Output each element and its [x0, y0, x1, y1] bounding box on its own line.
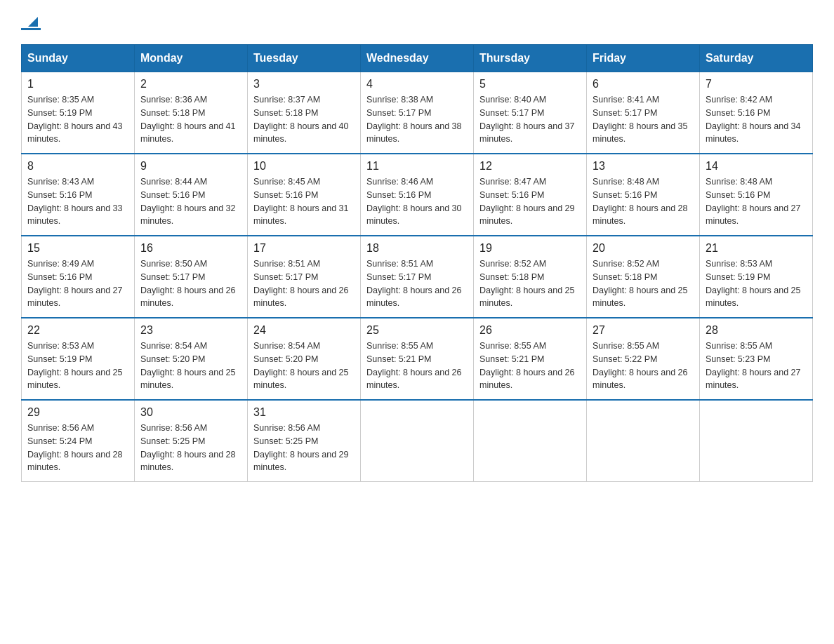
day-number: 19 [479, 242, 581, 255]
day-number: 21 [706, 242, 807, 255]
calendar-cell: 31Sunrise: 8:56 AMSunset: 5:25 PMDayligh… [248, 400, 361, 482]
calendar-header-saturday: Saturday [700, 45, 813, 72]
day-info: Sunrise: 8:55 AMSunset: 5:21 PMDaylight:… [479, 340, 581, 392]
page-header [21, 14, 813, 30]
day-info: Sunrise: 8:41 AMSunset: 5:17 PMDaylight:… [593, 93, 694, 146]
calendar-cell: 30Sunrise: 8:56 AMSunset: 5:25 PMDayligh… [135, 400, 248, 482]
day-info: Sunrise: 8:43 AMSunset: 5:16 PMDaylight:… [27, 175, 128, 228]
day-number: 7 [706, 78, 807, 90]
day-number: 9 [140, 160, 241, 173]
calendar-cell: 12Sunrise: 8:47 AMSunset: 5:16 PMDayligh… [474, 154, 587, 236]
calendar-cell: 27Sunrise: 8:55 AMSunset: 5:22 PMDayligh… [587, 318, 700, 400]
day-number: 5 [479, 78, 581, 90]
day-info: Sunrise: 8:53 AMSunset: 5:19 PMDaylight:… [27, 340, 128, 392]
calendar-week-row: 8Sunrise: 8:43 AMSunset: 5:16 PMDaylight… [22, 154, 813, 236]
day-number: 4 [366, 78, 468, 90]
day-info: Sunrise: 8:46 AMSunset: 5:16 PMDaylight:… [366, 175, 468, 228]
day-info: Sunrise: 8:52 AMSunset: 5:18 PMDaylight:… [479, 257, 581, 310]
day-info: Sunrise: 8:52 AMSunset: 5:18 PMDaylight:… [593, 257, 694, 310]
calendar-cell: 10Sunrise: 8:45 AMSunset: 5:16 PMDayligh… [248, 154, 361, 236]
day-info: Sunrise: 8:40 AMSunset: 5:17 PMDaylight:… [479, 93, 581, 146]
calendar-cell [587, 400, 700, 482]
logo-arrow-icon [24, 14, 41, 29]
day-info: Sunrise: 8:42 AMSunset: 5:16 PMDaylight:… [706, 93, 807, 146]
calendar-cell: 13Sunrise: 8:48 AMSunset: 5:16 PMDayligh… [587, 154, 700, 236]
day-number: 27 [593, 324, 694, 337]
day-number: 13 [593, 160, 694, 173]
calendar-cell: 15Sunrise: 8:49 AMSunset: 5:16 PMDayligh… [22, 236, 135, 318]
calendar-cell [700, 400, 813, 482]
calendar-cell [474, 400, 587, 482]
day-info: Sunrise: 8:38 AMSunset: 5:17 PMDaylight:… [366, 93, 468, 146]
day-number: 25 [366, 324, 468, 337]
calendar-cell: 24Sunrise: 8:54 AMSunset: 5:20 PMDayligh… [248, 318, 361, 400]
calendar-week-row: 15Sunrise: 8:49 AMSunset: 5:16 PMDayligh… [22, 236, 813, 318]
day-info: Sunrise: 8:50 AMSunset: 5:17 PMDaylight:… [140, 257, 241, 310]
day-number: 31 [253, 406, 355, 419]
calendar-header-row: SundayMondayTuesdayWednesdayThursdayFrid… [22, 45, 813, 72]
day-number: 8 [27, 160, 128, 173]
calendar-cell: 6Sunrise: 8:41 AMSunset: 5:17 PMDaylight… [587, 72, 700, 154]
day-info: Sunrise: 8:49 AMSunset: 5:16 PMDaylight:… [27, 257, 128, 310]
day-number: 6 [593, 78, 694, 90]
svg-marker-0 [28, 17, 38, 27]
calendar-cell: 8Sunrise: 8:43 AMSunset: 5:16 PMDaylight… [22, 154, 135, 236]
day-info: Sunrise: 8:36 AMSunset: 5:18 PMDaylight:… [140, 93, 241, 146]
day-number: 11 [366, 160, 468, 173]
day-info: Sunrise: 8:35 AMSunset: 5:19 PMDaylight:… [27, 93, 128, 146]
calendar-header-sunday: Sunday [22, 45, 135, 72]
calendar-cell: 21Sunrise: 8:53 AMSunset: 5:19 PMDayligh… [700, 236, 813, 318]
calendar-cell: 25Sunrise: 8:55 AMSunset: 5:21 PMDayligh… [361, 318, 474, 400]
calendar-cell: 20Sunrise: 8:52 AMSunset: 5:18 PMDayligh… [587, 236, 700, 318]
calendar-header-friday: Friday [587, 45, 700, 72]
day-info: Sunrise: 8:48 AMSunset: 5:16 PMDaylight:… [706, 175, 807, 228]
calendar-cell: 4Sunrise: 8:38 AMSunset: 5:17 PMDaylight… [361, 72, 474, 154]
day-number: 28 [706, 324, 807, 337]
day-info: Sunrise: 8:48 AMSunset: 5:16 PMDaylight:… [593, 175, 694, 228]
day-info: Sunrise: 8:55 AMSunset: 5:23 PMDaylight:… [706, 340, 807, 392]
calendar-cell: 28Sunrise: 8:55 AMSunset: 5:23 PMDayligh… [700, 318, 813, 400]
day-number: 10 [253, 160, 355, 173]
logo [21, 14, 41, 30]
day-number: 26 [479, 324, 581, 337]
calendar-cell: 1Sunrise: 8:35 AMSunset: 5:19 PMDaylight… [22, 72, 135, 154]
day-number: 20 [593, 242, 694, 255]
day-number: 18 [366, 242, 468, 255]
calendar-cell: 3Sunrise: 8:37 AMSunset: 5:18 PMDaylight… [248, 72, 361, 154]
day-info: Sunrise: 8:56 AMSunset: 5:25 PMDaylight:… [253, 422, 355, 474]
day-number: 14 [706, 160, 807, 173]
day-info: Sunrise: 8:37 AMSunset: 5:18 PMDaylight:… [253, 93, 355, 146]
day-number: 30 [140, 406, 241, 419]
calendar-header-monday: Monday [135, 45, 248, 72]
day-number: 22 [27, 324, 128, 337]
day-info: Sunrise: 8:56 AMSunset: 5:25 PMDaylight:… [140, 422, 241, 474]
day-number: 3 [253, 78, 355, 90]
calendar-week-row: 29Sunrise: 8:56 AMSunset: 5:24 PMDayligh… [22, 400, 813, 482]
day-info: Sunrise: 8:47 AMSunset: 5:16 PMDaylight:… [479, 175, 581, 228]
day-number: 12 [479, 160, 581, 173]
day-number: 15 [27, 242, 128, 255]
calendar-cell: 23Sunrise: 8:54 AMSunset: 5:20 PMDayligh… [135, 318, 248, 400]
calendar-week-row: 22Sunrise: 8:53 AMSunset: 5:19 PMDayligh… [22, 318, 813, 400]
calendar-cell [361, 400, 474, 482]
calendar-cell: 26Sunrise: 8:55 AMSunset: 5:21 PMDayligh… [474, 318, 587, 400]
calendar-header-wednesday: Wednesday [361, 45, 474, 72]
day-number: 24 [253, 324, 355, 337]
day-number: 23 [140, 324, 241, 337]
day-info: Sunrise: 8:51 AMSunset: 5:17 PMDaylight:… [366, 257, 468, 310]
calendar-cell: 29Sunrise: 8:56 AMSunset: 5:24 PMDayligh… [22, 400, 135, 482]
day-info: Sunrise: 8:54 AMSunset: 5:20 PMDaylight:… [140, 340, 241, 392]
calendar-cell: 22Sunrise: 8:53 AMSunset: 5:19 PMDayligh… [22, 318, 135, 400]
calendar-cell: 14Sunrise: 8:48 AMSunset: 5:16 PMDayligh… [700, 154, 813, 236]
calendar-cell: 9Sunrise: 8:44 AMSunset: 5:16 PMDaylight… [135, 154, 248, 236]
day-info: Sunrise: 8:56 AMSunset: 5:24 PMDaylight:… [27, 422, 128, 474]
calendar-cell: 11Sunrise: 8:46 AMSunset: 5:16 PMDayligh… [361, 154, 474, 236]
calendar-table: SundayMondayTuesdayWednesdayThursdayFrid… [21, 44, 813, 482]
day-number: 17 [253, 242, 355, 255]
calendar-cell: 16Sunrise: 8:50 AMSunset: 5:17 PMDayligh… [135, 236, 248, 318]
day-number: 16 [140, 242, 241, 255]
day-number: 2 [140, 78, 241, 90]
day-info: Sunrise: 8:53 AMSunset: 5:19 PMDaylight:… [706, 257, 807, 310]
calendar-week-row: 1Sunrise: 8:35 AMSunset: 5:19 PMDaylight… [22, 72, 813, 154]
day-info: Sunrise: 8:45 AMSunset: 5:16 PMDaylight:… [253, 175, 355, 228]
